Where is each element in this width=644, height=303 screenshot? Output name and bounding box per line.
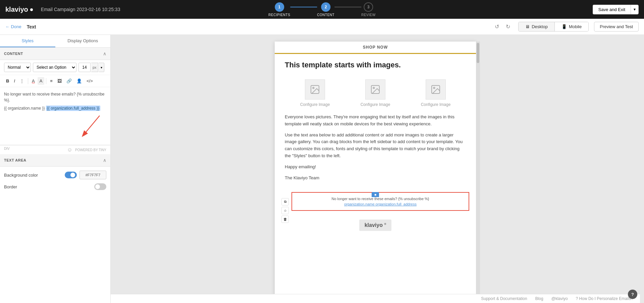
toolbar-row: Normal Select an Option px ▾ <box>0 60 110 75</box>
separator-2 <box>46 78 46 84</box>
desktop-icon: 🖥 <box>525 24 530 29</box>
configure-image-label-1: Configure Image <box>300 102 330 107</box>
editor-line-2: {{ organization.name }} {{ organization.… <box>4 105 106 111</box>
shop-now-bar: SHOP NOW <box>275 42 476 54</box>
italic-button[interactable]: I <box>12 77 17 85</box>
nav-steps: 1 RECIPIENTS 2 CONTENT 3 REVIEW <box>268 2 375 17</box>
selected-tab: ■ <box>372 192 379 197</box>
person-button[interactable]: 👤 <box>74 77 84 85</box>
bg-color-controls: #F7F7F7 <box>65 171 106 179</box>
step-line-1 <box>290 7 317 7</box>
logo-dot <box>30 8 33 11</box>
bg-color-row: Background color #F7F7F7 <box>4 171 106 179</box>
svg-point-5 <box>373 87 374 88</box>
editor-highlight: {{ organization.full_address }} <box>46 106 100 111</box>
editor-area[interactable]: No longer want to receive these emails? … <box>0 87 110 145</box>
footer-address-text: organization.name organization.full_addr… <box>299 202 462 206</box>
klaviyo-link[interactable]: @klaviyo <box>551 296 568 301</box>
font-size-input-group: px ▾ <box>78 63 104 72</box>
save-exit-button[interactable]: Save and Exit <box>593 5 631 14</box>
back-button[interactable]: ← Done <box>5 24 21 29</box>
redo-button[interactable]: ↻ <box>503 22 513 31</box>
footer-delete-button[interactable]: 🗑 <box>281 216 289 223</box>
scroll-thumb <box>477 43 479 63</box>
tab-styles[interactable]: Styles <box>0 35 55 47</box>
klaviyo-footer-logo: klaviyo ® <box>359 220 392 231</box>
mobile-view-button[interactable]: 📱 Mobile <box>554 22 588 31</box>
border-toggle[interactable] <box>94 183 106 190</box>
editor-line-1: No longer want to receive these emails? … <box>4 91 106 103</box>
klaviyo-footer: klaviyo ® <box>275 214 476 236</box>
step-label-review: REVIEW <box>361 13 375 17</box>
emoji-button[interactable]: ☺ <box>67 147 72 153</box>
footer-star-button[interactable]: ☆ <box>281 207 289 214</box>
step-line-2 <box>334 7 361 7</box>
content-section-header: CONTENT ∧ <box>0 48 110 60</box>
separator-1 <box>28 78 28 84</box>
body-paragraph-3: Happy emailing! <box>285 164 466 171</box>
email-canvas: SHOP NOW This template starts with image… <box>275 42 476 296</box>
style-select[interactable]: Normal <box>4 63 31 72</box>
step-label-recipients: RECIPIENTS <box>268 13 290 17</box>
font-unit: px <box>91 63 98 72</box>
step-review[interactable]: 3 REVIEW <box>361 2 375 17</box>
image-button[interactable]: 🖼 <box>55 77 64 85</box>
text-bg-button[interactable]: A <box>38 77 45 85</box>
support-link[interactable]: Support & Documentation <box>481 296 527 301</box>
align-button[interactable]: ≡ <box>48 77 55 85</box>
text-color-button[interactable]: A <box>30 77 37 85</box>
footer-copy-button[interactable]: ⧉ <box>281 198 289 205</box>
format-toolbar: B I ⋮ A A ≡ 🖼 🔗 👤 </> <box>0 75 110 87</box>
textarea-section-header: TEXT AREA ∧ <box>0 154 110 167</box>
preview-test-button[interactable]: Preview and Test <box>594 22 639 32</box>
bg-color-preview[interactable]: #F7F7F7 <box>79 171 106 179</box>
font-size-caret[interactable]: ▾ <box>99 63 104 72</box>
arrow-indicator <box>66 114 106 141</box>
personalize-link[interactable]: ? How Do I Personalize Emails? <box>576 296 633 301</box>
image-placeholder-3: Configure Image <box>421 79 451 107</box>
step-circle-2: 2 <box>321 2 330 12</box>
email-body: Everyone loves pictures. They're more en… <box>275 114 476 192</box>
step-circle-3: 3 <box>364 2 373 12</box>
configure-image-label-2: Configure Image <box>361 102 390 107</box>
configure-image-icon-1[interactable] <box>305 79 325 100</box>
editor-footer: DIV ☺ POWERED BY TINY <box>0 145 110 154</box>
help-button[interactable]: ? <box>628 290 637 299</box>
bg-color-toggle[interactable] <box>65 172 77 178</box>
nav-right: Save and Exit ▾ <box>593 5 639 14</box>
undo-redo: ↺ ↻ <box>492 22 513 31</box>
configure-image-icon-3[interactable] <box>426 79 446 100</box>
scrollbar[interactable] <box>476 42 480 296</box>
code-button[interactable]: </> <box>85 77 95 85</box>
step-content[interactable]: 2 CONTENT <box>317 2 334 17</box>
images-row: Configure Image Configure Image <box>275 73 476 114</box>
content-toggle-button[interactable]: ∧ <box>103 51 106 56</box>
more-button[interactable]: ⋮ <box>18 77 26 85</box>
tab-display-options[interactable]: Display Options <box>55 35 111 47</box>
footer-content: No longer want to receive these emails? … <box>291 192 469 211</box>
link-button[interactable]: 🔗 <box>64 77 74 85</box>
font-family-select[interactable]: Select an Option <box>33 63 76 72</box>
body-paragraph-4: The Klaviyo Team <box>285 175 466 182</box>
undo-button[interactable]: ↺ <box>492 22 502 31</box>
footer-side-icons: ⧉ ☆ 🗑 <box>281 198 289 223</box>
powered-by-label: POWERED BY TINY <box>75 148 106 152</box>
footer-wrapper: ■ ⧉ ☆ 🗑 No longer want to receive these … <box>275 192 476 211</box>
desktop-view-button[interactable]: 🖥 Desktop <box>519 22 554 31</box>
svg-point-3 <box>313 87 314 88</box>
content-section-title: CONTENT <box>4 52 23 56</box>
textarea-settings: Background color #F7F7F7 Border <box>0 167 110 198</box>
textarea-section-title: TEXT AREA <box>4 158 26 162</box>
configure-image-icon-2[interactable] <box>365 79 385 100</box>
border-controls <box>94 183 106 190</box>
bold-button[interactable]: B <box>4 77 11 85</box>
step-recipients[interactable]: 1 RECIPIENTS <box>268 2 290 17</box>
sidebar: Styles Display Options CONTENT ∧ Normal … <box>0 35 111 303</box>
blog-link[interactable]: Blog <box>535 296 543 301</box>
body-paragraph-1: Everyone loves pictures. They're more en… <box>285 114 466 128</box>
sidebar-tabs: Styles Display Options <box>0 35 110 48</box>
save-exit-caret-button[interactable]: ▾ <box>631 5 639 14</box>
image-placeholder-1: Configure Image <box>300 79 330 107</box>
textarea-toggle-button[interactable]: ∧ <box>103 158 106 163</box>
font-size-input[interactable] <box>78 63 91 72</box>
